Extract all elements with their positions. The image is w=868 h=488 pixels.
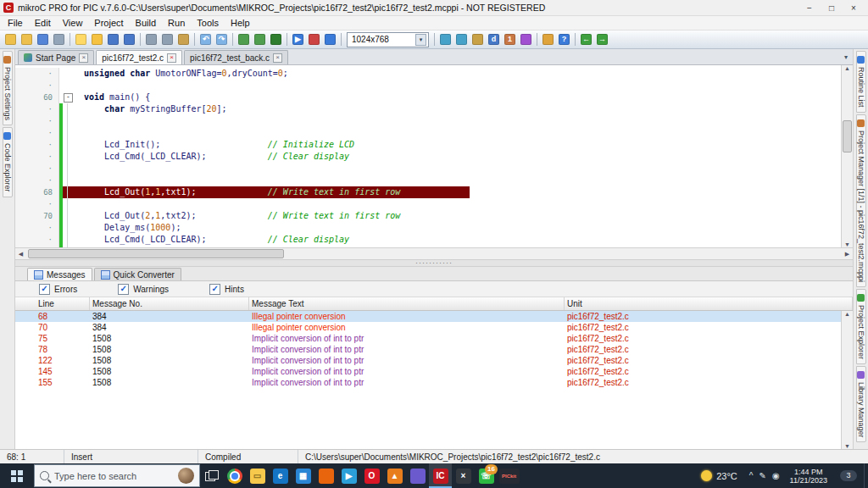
scroll-down-arrow-icon[interactable]: ▼ <box>844 241 850 247</box>
menu-build[interactable]: Build <box>130 17 162 29</box>
code-line[interactable]: · Delay_ms(1000); <box>15 222 841 234</box>
search-highlight-image[interactable] <box>178 468 194 484</box>
message-row[interactable]: 751508Implicit conversion of int to ptrp… <box>15 333 841 344</box>
notification-center-button[interactable]: 3 <box>833 463 864 488</box>
project-settings-button[interactable] <box>51 32 67 47</box>
tab-messages[interactable]: Messages <box>27 268 92 280</box>
message-row[interactable]: 781508Implicit conversion of int to ptrp… <box>15 344 841 355</box>
code-line[interactable]: ·unsigned char UmotorONFlag=0,dryCount=0… <box>15 68 841 80</box>
code-line[interactable]: · Lcd_Init(); // Initialize LCD <box>15 139 841 151</box>
scroll-up-arrow-icon[interactable]: ▲ <box>844 311 850 317</box>
taskbar-mikroc[interactable]: IC <box>429 463 452 488</box>
taskbar-discord[interactable] <box>406 463 429 488</box>
code-line[interactable]: · <box>15 80 841 92</box>
build-all-button[interactable] <box>252 32 268 47</box>
help-button[interactable]: ? <box>556 32 572 47</box>
pen-icon[interactable]: ✎ <box>759 471 765 480</box>
save-file-button[interactable] <box>105 32 121 47</box>
taskbar-close-app[interactable]: × <box>452 463 475 488</box>
filter-warnings[interactable]: ✓Warnings <box>118 284 169 295</box>
maximize-button[interactable]: □ <box>821 3 843 13</box>
run-debugger-button[interactable]: ▶ <box>290 32 306 47</box>
scroll-left-arrow-icon[interactable]: ◀ <box>15 251 26 258</box>
code-line[interactable]: · <box>15 127 841 139</box>
minimize-button[interactable]: − <box>798 3 821 13</box>
glcd-bitmap-editor-button[interactable]: d <box>486 32 502 47</box>
panel-splitter[interactable]: ··········· <box>15 259 853 267</box>
hidden-icons-chevron[interactable]: ^ <box>749 471 754 480</box>
chevron-down-icon[interactable]: ▾ <box>415 34 426 46</box>
code-line[interactable]: · Lcd_Cmd(_LCD_CLEAR); // Clear display <box>15 151 841 163</box>
build-and-program-button[interactable] <box>268 32 284 47</box>
taskbar-firefox[interactable] <box>314 463 337 488</box>
code-line[interactable]: · char myStringBuffer[20]; <box>15 103 841 115</box>
chevron-down-icon[interactable]: ▾ <box>839 53 853 61</box>
menu-project[interactable]: Project <box>88 17 129 29</box>
menu-file[interactable]: File <box>2 17 29 29</box>
cut-button[interactable] <box>143 32 159 47</box>
open-project-button[interactable] <box>19 32 35 47</box>
taskbar-telegram[interactable]: ▶ <box>337 463 360 488</box>
network-icon[interactable]: ◉ <box>772 471 780 480</box>
menu-edit[interactable]: Edit <box>29 17 57 29</box>
code-line[interactable]: · Lcd_Cmd(_LCD_CLEAR); // Clear display <box>15 234 841 246</box>
menu-tools[interactable]: Tools <box>191 17 225 29</box>
jump-forward-button[interactable]: → <box>594 32 610 47</box>
column-header-message-no[interactable]: Message No. <box>90 297 249 310</box>
options-button[interactable] <box>540 32 556 47</box>
column-header-unit[interactable]: Unit <box>565 297 853 310</box>
step-into-button[interactable] <box>322 32 338 47</box>
scroll-thumb[interactable] <box>28 249 284 258</box>
menu-help[interactable]: Help <box>225 17 256 29</box>
panel-tab-routine-list[interactable]: Routine List <box>856 51 866 113</box>
search-input[interactable]: Type here to search <box>34 464 200 487</box>
lcd-custom-tool-button[interactable] <box>437 32 453 47</box>
taskbar-edge[interactable]: e <box>269 463 292 488</box>
taskbar-pickit[interactable]: PICkit <box>498 463 520 488</box>
checkbox-warnings[interactable]: ✓ <box>118 284 129 295</box>
close-button[interactable]: × <box>843 3 865 13</box>
show-desktop-button[interactable] <box>864 463 868 488</box>
active-comment-editor-button[interactable] <box>518 32 534 47</box>
message-row[interactable]: 1451508Implicit conversion of int to ptr… <box>15 366 841 377</box>
code-line[interactable]: · <box>15 115 841 127</box>
message-row[interactable]: 1551508Implicit conversion of int to ptr… <box>15 377 841 388</box>
column-header-message-text[interactable]: Message Text <box>249 297 565 310</box>
paste-button[interactable] <box>175 32 192 47</box>
close-tab-icon[interactable]: × <box>273 53 282 63</box>
tab-pic16f72-test2-c[interactable]: pic16f72_test2.c× <box>96 50 182 64</box>
panel-tab-project-explorer[interactable]: Project Explorer <box>856 289 866 364</box>
taskbar-chrome[interactable] <box>223 463 246 488</box>
weather-widget[interactable]: 23°C <box>693 463 745 488</box>
checkbox-hints[interactable]: ✓ <box>209 284 220 295</box>
scroll-thumb[interactable] <box>843 120 852 152</box>
new-project-button[interactable] <box>3 32 19 47</box>
code-line[interactable]: · <box>15 175 841 186</box>
scroll-right-arrow-icon[interactable]: ▶ <box>842 251 853 258</box>
stop-debugger-button[interactable] <box>306 32 322 47</box>
start-button[interactable] <box>0 463 34 488</box>
taskbar-task-view[interactable] <box>200 463 223 488</box>
seven-segment-editor-button[interactable] <box>470 32 486 47</box>
close-tab-icon[interactable]: × <box>79 53 88 63</box>
taskbar-vlc[interactable]: ▲ <box>383 463 406 488</box>
filter-hints[interactable]: ✓Hints <box>209 284 244 295</box>
filter-errors[interactable]: ✓Errors <box>39 284 77 295</box>
copy-button[interactable] <box>159 32 175 47</box>
redo-button[interactable]: ↷ <box>214 32 230 47</box>
scroll-up-arrow-icon[interactable]: ▲ <box>844 65 850 71</box>
menu-run[interactable]: Run <box>162 17 191 29</box>
column-header-line[interactable]: Line <box>15 297 90 310</box>
message-row[interactable]: 1221508Implicit conversion of int to ptr… <box>15 355 841 366</box>
tab-start-page[interactable]: Start Page× <box>18 50 94 64</box>
scroll-down-arrow-icon[interactable]: ▼ <box>844 443 850 449</box>
code-line[interactable]: 60-void main() { <box>15 92 841 103</box>
messages-scrollbar[interactable]: ▲ ▼ <box>841 311 853 449</box>
code-line[interactable]: · <box>15 163 841 175</box>
taskbar-store[interactable]: ▦ <box>292 463 314 488</box>
taskbar-file-explorer[interactable]: ▭ <box>246 463 269 488</box>
new-file-button[interactable] <box>73 32 89 47</box>
taskbar-opera[interactable]: O <box>360 463 383 488</box>
jump-back-button[interactable]: ← <box>578 32 594 47</box>
panel-tab-project-settings[interactable]: Project Settings <box>3 51 13 125</box>
